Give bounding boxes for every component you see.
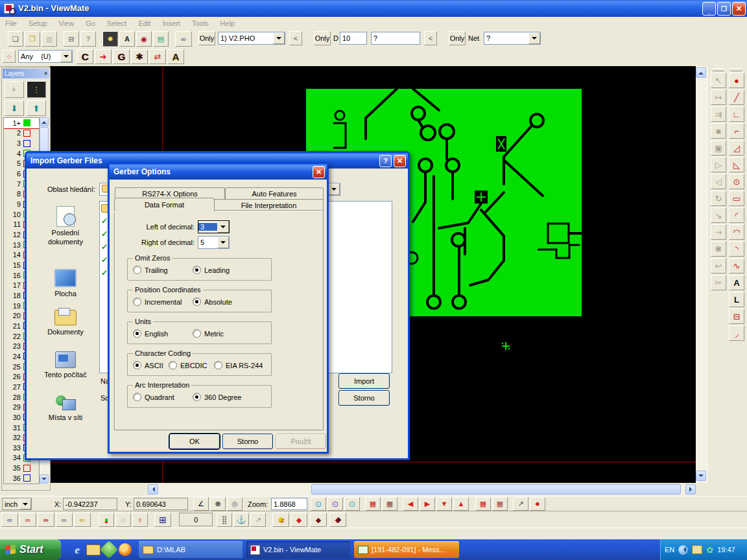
draw-tool-11-button[interactable]: ∿ [729, 258, 744, 274]
scroll-right-button[interactable] [685, 484, 696, 495]
dcode-view-button[interactable]: ◉ [136, 31, 152, 47]
tab-data-format[interactable]: Data Format [114, 198, 215, 211]
edit-tool-4-button[interactable]: ▣ [711, 140, 726, 156]
origin-button[interactable]: ⊕ [210, 497, 226, 511]
layer-color-swatch[interactable] [23, 140, 30, 147]
place-recent-documents[interactable]: Poslední dokumenty [33, 206, 98, 247]
prev-layer-button[interactable]: < [289, 31, 302, 45]
layer-row[interactable]: 1+ [4, 118, 39, 128]
edit-tool-12-button[interactable]: ✂ [711, 275, 726, 290]
draw-tool-13-button[interactable]: L [729, 292, 744, 307]
menu-select[interactable]: Select [107, 19, 127, 27]
start-button[interactable]: Start [0, 539, 61, 560]
layer-color-swatch[interactable] [23, 130, 30, 137]
query-c-button[interactable]: C [77, 49, 93, 64]
layer-row[interactable]: 3 [4, 138, 39, 148]
draw-tool-3-button[interactable]: ⌐ [729, 123, 744, 139]
layer-stack-button[interactable]: ⋮ [27, 81, 46, 98]
chevron-down-icon[interactable] [528, 32, 540, 44]
edit-tool-3-button[interactable]: ■ [711, 123, 726, 139]
menu-insert[interactable]: Insert [162, 19, 180, 27]
radio-absolute[interactable]: Absolute [193, 298, 232, 306]
right-of-decimal-combo[interactable]: 5 [198, 236, 230, 249]
snap-button[interactable]: ◎ [227, 497, 243, 511]
pan-right-button[interactable]: ▶ [420, 497, 435, 511]
view-all-button[interactable]: ∞ [1, 513, 18, 527]
menu-setup[interactable]: Setup [29, 19, 47, 27]
restore-button[interactable]: ❐ [717, 2, 731, 16]
measure-button[interactable]: ∞ [175, 31, 192, 47]
edit-tool-0-button[interactable]: ↖ [711, 73, 726, 88]
pan-up-button[interactable]: ▲ [453, 497, 469, 511]
film-layers-button[interactable]: ▤ [153, 31, 169, 47]
query-goto-button[interactable]: ➜ [95, 49, 112, 64]
select-frame-button[interactable]: ◆ [530, 497, 545, 511]
flash-mode-button[interactable]: ✱ [272, 513, 289, 527]
anchor-button[interactable]: ⚓ [233, 513, 249, 527]
draw-tool-15-button[interactable]: ◞ [729, 325, 744, 341]
chevron-down-icon[interactable] [217, 237, 229, 248]
tab-auto-features[interactable]: Auto Features [225, 187, 324, 200]
draw-tool-0-button[interactable]: ● [729, 73, 744, 88]
draw-tool-4-button[interactable]: ◿ [729, 140, 744, 156]
layer-color-swatch[interactable] [23, 119, 30, 126]
scroll-down-button[interactable] [40, 474, 49, 484]
view-flash-button[interactable]: ∞ [74, 513, 91, 527]
grid-origin-button[interactable]: ▦ [365, 497, 381, 511]
layer-color-swatch[interactable] [23, 465, 30, 472]
quick-launch-ie[interactable]: e [70, 542, 84, 557]
clock[interactable]: 19:47 [717, 546, 735, 554]
quick-launch-firefox[interactable] [119, 543, 132, 556]
menu-help[interactable]: Help [220, 19, 235, 27]
draw-tool-14-button[interactable]: ⊟ [729, 309, 744, 324]
menu-file[interactable]: File [5, 19, 17, 27]
net-combo[interactable]: ? [484, 32, 541, 45]
view-pads-button[interactable]: ∞ [38, 513, 54, 527]
highlight-button[interactable]: ● [99, 513, 114, 527]
view-traces-button[interactable]: ∞ [56, 513, 73, 527]
import-button[interactable]: Import [338, 373, 390, 389]
radio-trailing[interactable]: Trailing [133, 266, 168, 274]
query-a-button[interactable]: A [167, 49, 184, 64]
radio-eia-rs244[interactable]: EIA RS-244 [214, 361, 263, 369]
radio-360-degree[interactable]: 360 Degree [193, 393, 242, 401]
draw-tool-5-button[interactable]: ◺ [729, 157, 744, 172]
chevron-down-icon[interactable] [217, 221, 229, 233]
draw-tool-1-button[interactable]: ╱ [729, 89, 744, 105]
chevron-down-icon[interactable] [60, 51, 72, 62]
zoom-field[interactable]: 1.8868 [271, 498, 307, 510]
chevron-down-icon[interactable] [273, 32, 285, 44]
quick-launch-icq[interactable] [100, 541, 118, 559]
edit-tool-5-button[interactable]: ▷ [711, 157, 726, 172]
edit-tool-7-button[interactable]: ↻ [711, 191, 726, 206]
layer-up-button[interactable]: ⬆ [27, 100, 46, 116]
only-layer-button[interactable]: Only [198, 31, 215, 45]
layer-color-swatch[interactable] [23, 474, 30, 482]
menu-go[interactable]: Go [86, 19, 95, 27]
chevron-down-icon[interactable] [328, 183, 340, 195]
dim-button[interactable]: ○ [115, 513, 131, 527]
scroll-up-button[interactable] [40, 117, 49, 126]
context-help-button[interactable]: ? [80, 31, 96, 47]
draw-tool-2-button[interactable]: ∟ [729, 106, 744, 122]
place-network[interactable]: Místa v síti [33, 395, 98, 421]
window-pan-button[interactable]: ▦ [492, 497, 508, 511]
pan-left-button[interactable]: ◀ [403, 497, 418, 511]
pad-mixed-button[interactable]: ◆ [329, 513, 346, 527]
language-indicator[interactable]: EN [665, 546, 674, 554]
dialog-help-button[interactable]: ? [379, 155, 392, 167]
radio-quadrant[interactable]: Quadrant [133, 393, 174, 401]
import-cancel-button[interactable]: Storno [338, 390, 390, 406]
minimize-button[interactable]: _ [702, 2, 716, 16]
tray-notes-icon[interactable] [692, 545, 702, 554]
pan-down-button[interactable]: ▼ [436, 497, 452, 511]
menu-view[interactable]: View [58, 19, 74, 27]
menu-edit[interactable]: Edit [138, 19, 150, 27]
quick-launch-folder[interactable] [86, 544, 101, 555]
ok-button[interactable]: OK [169, 434, 220, 449]
layer-row[interactable]: 2 [4, 128, 39, 139]
table-view-button[interactable]: ⊞ [154, 513, 171, 527]
save-button[interactable]: ▥ [42, 31, 57, 47]
edit-tool-9-button[interactable]: ⇢ [711, 224, 726, 240]
taskbar-task-viewmate[interactable]: V2.bin - ViewMate [246, 541, 350, 558]
